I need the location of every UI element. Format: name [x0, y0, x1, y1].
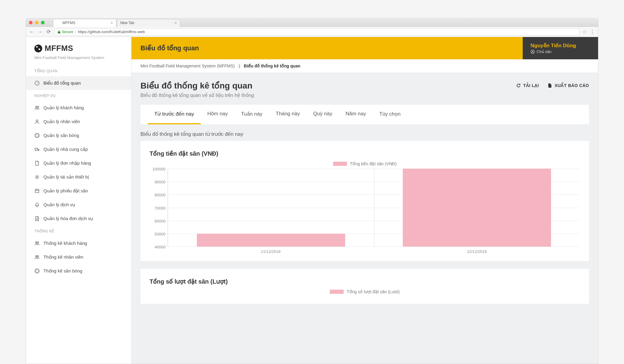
header-title: Biểu đồ tổng quan	[131, 44, 199, 52]
reload-button[interactable]: TẢI LẠI	[516, 83, 539, 88]
truck-icon	[34, 147, 40, 152]
refresh-icon	[516, 83, 521, 88]
favicon-icon	[56, 21, 61, 25]
reload-label: TẢI LẠI	[523, 83, 539, 88]
forward-button[interactable]: →	[37, 29, 43, 35]
range-tab[interactable]: Tùy chọn	[373, 105, 407, 124]
sidebar-item[interactable]: Quản lý tài sản thiết bị	[26, 170, 131, 184]
user-circle-icon	[531, 50, 535, 54]
user-panel[interactable]: Nguyễn Tiến Dũng Chủ sân	[523, 37, 598, 59]
window-minimize-button[interactable]	[35, 21, 39, 24]
x-tick-label: 22/12/2019	[374, 247, 580, 254]
sidebar-item-label: Quản lý sân bóng	[43, 133, 79, 138]
gear-icon	[34, 174, 40, 180]
sidebar-item-label: Thống kê khách hàng	[43, 241, 87, 246]
chart-title: Tổng tiền đặt sân (VNĐ)	[150, 150, 580, 157]
sidebar-item-label: Thống kê sân bóng	[43, 268, 82, 274]
chart-card: Tổng tiền đặt sân (VNĐ)Tổng tiền đặt sân…	[140, 141, 589, 261]
user-icon	[34, 119, 40, 124]
breadcrumb: Mini Football Field Management System (M…	[131, 59, 598, 73]
back-button[interactable]: ←	[29, 29, 34, 35]
x-axis: 21/12/201922/12/2019	[168, 247, 580, 254]
bell-icon	[34, 202, 40, 207]
dashboard-icon	[34, 80, 40, 86]
sidebar-item[interactable]: Quản lý đơn nhập hàng	[26, 156, 131, 170]
svg-point-8	[37, 242, 39, 243]
range-tab[interactable]: Năm nay	[339, 105, 373, 124]
secure-label: Secure	[62, 30, 73, 34]
sidebar-item[interactable]: Thống kê sân bóng	[26, 264, 131, 278]
sidebar-item[interactable]: Quản lý khách hàng	[26, 101, 131, 115]
file-icon	[34, 160, 40, 166]
browser-tab-active[interactable]: MFFMS ×	[53, 19, 116, 27]
breadcrumb-current: Biểu đồ thống kê tổng quan	[244, 64, 301, 68]
lock-icon	[58, 30, 61, 33]
brand-row: MFFMS	[26, 42, 131, 54]
sidebar-item-label: Quản lý dịch vụ	[43, 202, 75, 207]
sidebar-item[interactable]: Quản lý hóa đơn dịch vụ	[26, 212, 131, 226]
user-name: Nguyễn Tiến Dũng	[531, 42, 590, 49]
football-icon	[34, 268, 40, 274]
invoice-icon	[34, 216, 40, 221]
y-tick-label: 50000	[155, 232, 165, 236]
window-maximize-button[interactable]	[41, 21, 45, 24]
svg-rect-6	[35, 189, 39, 193]
sidebar-item[interactable]: Quản lý sân bóng	[26, 129, 131, 142]
sidebar-item[interactable]: Quản lý dịch vụ	[26, 198, 131, 212]
export-button[interactable]: XUẤT BÁO CÁO	[547, 83, 589, 88]
nav-section-title: TỔNG QUAN	[26, 65, 131, 76]
svg-point-3	[36, 120, 38, 122]
users-icon	[34, 241, 40, 246]
sidebar-item[interactable]: Biểu đồ tổng quan	[26, 76, 131, 90]
truck-icon	[34, 147, 40, 152]
svg-point-2	[37, 106, 39, 107]
range-tab[interactable]: Tuần này	[235, 105, 269, 124]
window-close-button[interactable]	[29, 21, 33, 24]
bookmark-button[interactable]: ☆	[582, 29, 587, 35]
y-tick-label: 40000	[155, 245, 165, 249]
sidebar-item[interactable]: Thống kê khách hàng	[26, 236, 131, 250]
user-role-label: Chủ sân	[537, 49, 551, 54]
reload-button[interactable]: ⟳	[46, 29, 51, 35]
tab-close-button[interactable]: ×	[175, 20, 177, 25]
address-bar[interactable]: Secure | https://github.com/KutieKat/mff…	[54, 28, 579, 36]
legend-label: Tổng số lượt đặt sân (Lượt)	[347, 289, 400, 294]
invoice-icon	[34, 216, 40, 221]
sidebar-item-label: Quản lý khách hàng	[43, 105, 84, 110]
sidebar-item[interactable]: Quản lý nhà cung cấp	[26, 142, 131, 156]
range-tab[interactable]: Hôm nay	[201, 105, 235, 124]
header-bar: Biểu đồ tổng quan Nguyễn Tiến Dũng Chủ s…	[131, 37, 598, 59]
export-label: XUẤT BÁO CÁO	[555, 83, 589, 88]
sidebar-item-label: Biểu đồ tổng quan	[43, 80, 81, 86]
sidebar-item[interactable]: Quản lý nhân viên	[26, 115, 131, 129]
range-tab[interactable]: Quý này	[307, 105, 339, 124]
football-icon	[34, 133, 40, 138]
browser-toolbar: ← → ⟳ Secure | https://github.com/KutieK…	[26, 27, 598, 37]
x-tick-label: 21/12/2019	[168, 247, 374, 254]
nav-section-title: NGHIỆP VỤ	[26, 90, 131, 101]
sidebar-item-label: Quản lý phiếu đặt sân	[43, 188, 88, 194]
sidebar-item-label: Quản lý hóa đơn dịch vụ	[43, 216, 93, 221]
range-summary: Biểu đồ thống kê tổng quan từ trước đến …	[140, 131, 589, 137]
football-icon	[34, 268, 40, 274]
svg-point-13	[532, 51, 533, 52]
legend-swatch	[330, 290, 344, 294]
y-tick-label: 90000	[155, 180, 165, 184]
chart-legend: Tổng số lượt đặt sân (Lượt)	[150, 289, 580, 294]
calendar-icon	[34, 188, 40, 194]
legend-swatch	[333, 162, 347, 166]
tab-close-button[interactable]: ×	[111, 20, 113, 25]
range-tab[interactable]: Từ trước đến nay	[148, 105, 201, 124]
chart-plot: 400005000060000700008000090000100000	[168, 169, 580, 247]
svg-point-10	[37, 256, 39, 257]
breadcrumb-root[interactable]: Mini Football Field Management System (M…	[140, 64, 235, 68]
sidebar-item-label: Quản lý tài sản thiết bị	[43, 174, 89, 180]
bell-icon	[34, 202, 40, 207]
users-icon	[34, 254, 40, 260]
sidebar-item[interactable]: Quản lý phiếu đặt sân	[26, 184, 131, 198]
chart-title: Tổng số lượt đặt sân (Lượt)	[150, 278, 580, 285]
sidebar-item[interactable]: Thống kê nhân viên	[26, 250, 131, 264]
browser-tab[interactable]: New Tab ×	[117, 19, 180, 27]
range-tab[interactable]: Tháng này	[269, 105, 307, 124]
legend-label: Tổng tiền đặt sân (VNĐ)	[350, 161, 397, 166]
